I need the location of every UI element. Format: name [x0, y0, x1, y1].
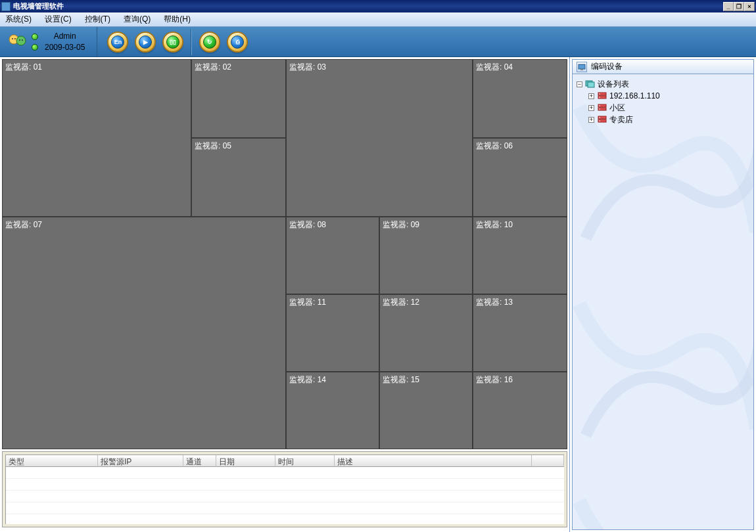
- toolbar-refresh-button[interactable]: ↻: [199, 32, 220, 53]
- monitor-4[interactable]: 监视器: 04: [473, 59, 567, 138]
- minimize-button[interactable]: _: [723, 2, 734, 11]
- tree-item-label: 小区: [609, 102, 625, 114]
- event-col-chan[interactable]: 通道: [183, 455, 216, 467]
- event-col-srcip[interactable]: 报警源IP: [98, 455, 183, 467]
- sidebar: 编码设备 − 设备列表 +192.168.1.110+小区+专卖店: [569, 57, 756, 532]
- status-dot-icon: [32, 33, 38, 40]
- svg-point-12: [599, 93, 600, 95]
- menu-control[interactable]: 控制(T): [82, 12, 113, 26]
- toolbar-lang-button[interactable]: En: [107, 32, 128, 53]
- monitor-15[interactable]: 监视器: 15: [379, 372, 473, 449]
- monitor-9[interactable]: 监视器: 09: [379, 217, 473, 294]
- monitor-14[interactable]: 监视器: 14: [286, 372, 379, 449]
- tree-item-1[interactable]: +小区: [577, 102, 749, 114]
- tree-item-2[interactable]: +专卖店: [577, 114, 749, 125]
- menu-query[interactable]: 查询(Q): [121, 12, 153, 26]
- svg-point-4: [19, 39, 20, 41]
- event-body[interactable]: [6, 467, 564, 524]
- restore-button[interactable]: ❐: [734, 2, 744, 11]
- svg-point-17: [599, 108, 600, 110]
- svg-point-5: [22, 39, 23, 41]
- svg-rect-6: [579, 64, 585, 69]
- monitor-7[interactable]: 监视器: 07: [2, 217, 286, 449]
- toolbar-separator: [191, 29, 192, 55]
- tree-item-0[interactable]: +192.168.1.110: [577, 90, 749, 102]
- titlebar: 电视墙管理软件 _ ❐ ×: [0, 0, 756, 12]
- monitor-12[interactable]: 监视器: 12: [379, 294, 473, 372]
- expand-icon[interactable]: +: [588, 93, 594, 99]
- display-icon: ⎙: [231, 35, 244, 49]
- sidebar-tab-label: 编码设备: [591, 61, 623, 72]
- device-list-icon: [585, 79, 596, 89]
- toolbar-layout-button[interactable]: ▯▯: [162, 32, 183, 53]
- monitor-8[interactable]: 监视器: 08: [286, 217, 379, 294]
- monitor-10[interactable]: 监视器: 10: [473, 217, 567, 294]
- monitor-11[interactable]: 监视器: 11: [286, 294, 379, 372]
- play-icon: ▶: [139, 35, 152, 49]
- toolbar: Admin 2009-03-05 En ▶ ▯▯ ↻ ⎙: [0, 27, 756, 57]
- monitor-grid: 监视器: 01监视器: 02监视器: 03监视器: 04监视器: 05监视器: …: [2, 59, 567, 449]
- close-button[interactable]: ×: [744, 2, 755, 11]
- svg-point-20: [599, 117, 600, 118]
- tree-root[interactable]: − 设备列表: [577, 78, 749, 90]
- user-block: Admin 2009-03-05: [4, 27, 97, 56]
- menu-settings[interactable]: 设置(C): [42, 12, 74, 26]
- user-date: 2009-03-05: [45, 42, 85, 53]
- server-icon: [597, 115, 607, 124]
- left-column: 监视器: 01监视器: 02监视器: 03监视器: 04监视器: 05监视器: …: [0, 57, 569, 532]
- expand-icon[interactable]: +: [588, 117, 594, 123]
- menu-help[interactable]: 帮助(H): [161, 12, 193, 26]
- menubar: 系统(S) 设置(C) 控制(T) 查询(Q) 帮助(H): [0, 12, 756, 27]
- svg-point-1: [16, 36, 26, 45]
- svg-point-13: [599, 97, 600, 98]
- user-info: Admin 2009-03-05: [45, 31, 85, 53]
- event-header-row: 类型 报警源IP 通道 日期 时间 描述: [6, 455, 564, 467]
- svg-point-16: [599, 105, 600, 106]
- collapse-icon[interactable]: −: [577, 81, 582, 87]
- event-col-spacer: [532, 455, 564, 467]
- main: 监视器: 01监视器: 02监视器: 03监视器: 04监视器: 05监视器: …: [0, 57, 756, 532]
- monitor-3[interactable]: 监视器: 03: [286, 59, 473, 217]
- window-buttons: _ ❐ ×: [723, 2, 755, 11]
- expand-icon[interactable]: +: [588, 105, 594, 111]
- monitor-5[interactable]: 监视器: 05: [191, 138, 286, 217]
- tree-root-label: 设备列表: [598, 79, 629, 90]
- menu-system[interactable]: 系统(S): [3, 12, 34, 26]
- toolbar-display-button[interactable]: ⎙: [227, 32, 248, 53]
- monitor-13[interactable]: 监视器: 13: [473, 294, 567, 372]
- status-dots: [32, 33, 38, 51]
- lang-icon: En: [111, 35, 124, 49]
- svg-point-21: [599, 120, 600, 122]
- toolbar-play-button[interactable]: ▶: [135, 32, 156, 53]
- sidebar-tab-encode-device[interactable]: 编码设备: [572, 59, 754, 74]
- svg-point-2: [12, 38, 13, 39]
- server-icon: [597, 91, 607, 100]
- refresh-icon: ↻: [203, 35, 216, 49]
- svg-rect-7: [580, 69, 583, 70]
- status-dot-icon: [32, 44, 38, 51]
- event-col-type[interactable]: 类型: [6, 455, 98, 467]
- event-grid: 类型 报警源IP 通道 日期 时间 描述: [5, 454, 564, 524]
- window-title: 电视墙管理软件: [13, 1, 723, 11]
- svg-point-3: [14, 38, 16, 39]
- device-tab-icon: [577, 62, 587, 72]
- svg-rect-9: [588, 82, 594, 87]
- user-name: Admin: [45, 31, 85, 42]
- monitor-1[interactable]: 监视器: 01: [2, 59, 191, 217]
- event-col-desc[interactable]: 描述: [335, 455, 532, 467]
- layout-icon: ▯▯: [166, 35, 179, 49]
- event-col-date[interactable]: 日期: [216, 455, 275, 467]
- user-icon: [7, 32, 28, 53]
- tree-item-label: 192.168.1.110: [609, 91, 660, 100]
- monitor-2[interactable]: 监视器: 02: [191, 59, 286, 138]
- tree-item-label: 专卖店: [609, 114, 633, 125]
- app-icon: [1, 2, 11, 11]
- device-tree[interactable]: − 设备列表 +192.168.1.110+小区+专卖店: [572, 74, 754, 530]
- monitor-16[interactable]: 监视器: 16: [473, 372, 567, 449]
- monitor-6[interactable]: 监视器: 06: [473, 138, 567, 217]
- event-col-time[interactable]: 时间: [275, 455, 335, 467]
- server-icon: [597, 103, 607, 112]
- event-panel: 类型 报警源IP 通道 日期 时间 描述: [2, 451, 567, 527]
